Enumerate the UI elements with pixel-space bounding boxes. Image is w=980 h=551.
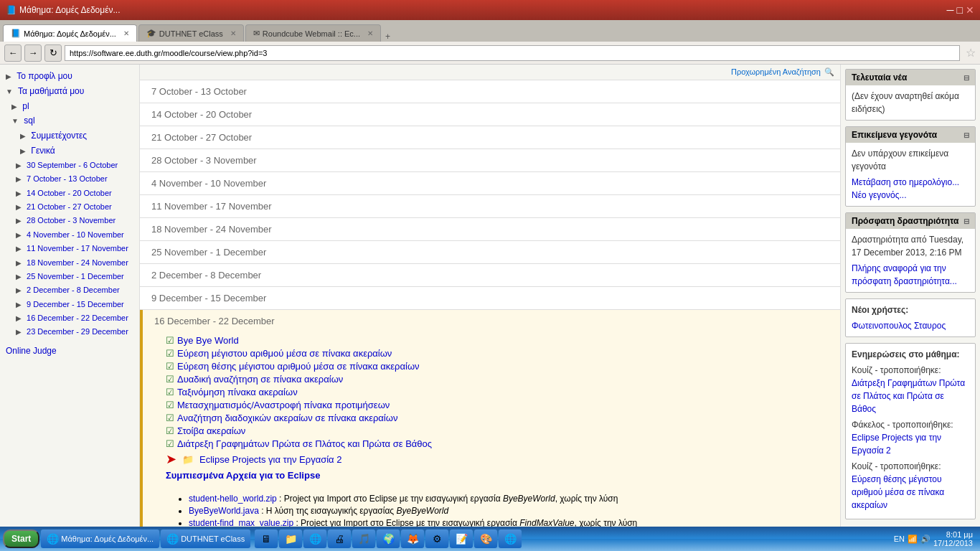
- week-row-nov25[interactable]: 25 November - 1 December: [140, 241, 840, 264]
- sidebar-week-oct21[interactable]: ▶ 21 October - 27 October: [0, 200, 139, 214]
- checklist-link-9[interactable]: Διάτρεξη Γραφημάτων Πρώτα σε Πλάτος και …: [177, 438, 432, 449]
- sidebar-week-dec16[interactable]: ▶ 16 December - 22 December: [0, 311, 139, 325]
- checklist-link-1[interactable]: Bye Bye World: [177, 335, 239, 346]
- nov18-link[interactable]: 18 November - 24 November: [27, 258, 128, 267]
- advanced-search-link[interactable]: Προχωρημένη Αναζήτηση: [731, 67, 821, 76]
- week-row-oct28[interactable]: 28 October - 3 November: [140, 149, 840, 172]
- sql-link[interactable]: sql: [24, 116, 34, 126]
- checklist-link-8[interactable]: Στοίβα ακεραίων: [177, 425, 245, 436]
- oct14-link[interactable]: 14 October - 20 October: [27, 189, 112, 197]
- sidebar-item-general[interactable]: ▶ Γενικά: [0, 143, 139, 159]
- calendar-link[interactable]: Μετάβαση στο ημερολόγιο...: [852, 177, 959, 187]
- taskbar-item-1[interactable]: 🌐 Μάθημα: Δομές Δεδομέν...: [41, 529, 159, 548]
- taskbar-icon-btn-7[interactable]: 🦊: [401, 529, 424, 548]
- week-row-nov11[interactable]: 11 November - 17 November: [140, 195, 840, 218]
- week-row-nov18[interactable]: 18 November - 24 November: [140, 218, 840, 241]
- taskbar-icon-btn-10[interactable]: 🎨: [474, 529, 497, 548]
- general-link[interactable]: Γενικά: [31, 146, 55, 156]
- sidebar-week-oct7[interactable]: ▶ 7 October - 13 October: [0, 172, 139, 186]
- sidebar-week-dec9[interactable]: ▶ 9 December - 15 December: [0, 298, 139, 311]
- tab-2[interactable]: 🎓 DUTHNET eClass ✕: [138, 24, 244, 42]
- week-row-oct14[interactable]: 14 October - 20 October: [140, 103, 840, 126]
- sidebar-week-oct28[interactable]: ▶ 28 October - 3 November: [0, 214, 139, 227]
- dec16-link[interactable]: 16 December - 22 December: [27, 314, 128, 322]
- sidebar-item-participants[interactable]: ▶ Συμμετέχοντες: [0, 128, 139, 143]
- file-link-1[interactable]: student-hello_world.zip: [189, 494, 277, 504]
- sidebar-week-nov25[interactable]: ▶ 25 November - 1 December: [0, 270, 139, 283]
- sidebar-item-pl[interactable]: ▶ pl: [0, 99, 139, 114]
- bookmark-star[interactable]: ☆: [966, 46, 976, 60]
- taskbar-icon-btn-8[interactable]: ⚙: [425, 529, 448, 548]
- start-button[interactable]: Start: [3, 529, 39, 548]
- tab-3[interactable]: ✉ Roundcube Webmail :: Ec... ✕: [245, 24, 381, 42]
- week-row-dec9[interactable]: 9 December - 15 December: [140, 287, 840, 310]
- taskbar-icon-btn-3[interactable]: 🌐: [303, 529, 326, 548]
- taskbar-icon-btn-5[interactable]: 🎵: [352, 529, 375, 548]
- checklist-link-6[interactable]: Μετασχηματισμός/Αναστροφή πίνακα προτιμή…: [177, 400, 390, 410]
- online-judge-link[interactable]: Online Judge: [6, 346, 57, 356]
- panel-news-icon[interactable]: ⊟: [963, 74, 969, 82]
- update-link-1[interactable]: Διάτρεξη Γραφημάτων Πρώτα σε Πλάτος και …: [852, 378, 965, 414]
- minimize-btn[interactable]: ─: [947, 4, 954, 16]
- forward-button[interactable]: →: [24, 44, 42, 62]
- sidebar-item-online-judge[interactable]: Online Judge: [0, 344, 139, 359]
- taskbar-icon-btn-6[interactable]: 🌍: [377, 529, 400, 548]
- panel-activity-icon[interactable]: ⊟: [963, 217, 969, 225]
- dec23-link[interactable]: 23 December - 29 December: [27, 327, 128, 336]
- tab-close-1[interactable]: ✕: [123, 29, 129, 37]
- checklist-link-7[interactable]: Αναζήτηση διαδοχικών ακεραίων σε πίνακα …: [177, 413, 397, 423]
- sidebar-week-dec2[interactable]: ▶ 2 December - 8 December: [0, 283, 139, 297]
- checklist-link-5[interactable]: Ταξινόμηση πίνακα ακεραίων: [177, 387, 298, 397]
- panel-events-icon[interactable]: ⊟: [963, 131, 969, 139]
- profile-link[interactable]: Το προφίλ μου: [17, 71, 72, 81]
- taskbar-icon-btn-4[interactable]: 🖨: [328, 529, 351, 548]
- taskbar-icon-btn-9[interactable]: 📝: [450, 529, 473, 548]
- update-link-3[interactable]: Εύρεση θέσης μέγιστου αριθμού μέσα σε πί…: [852, 474, 944, 510]
- sidebar-week-nov4[interactable]: ▶ 4 November - 10 November: [0, 228, 139, 242]
- nov25-link[interactable]: 25 November - 1 December: [27, 272, 124, 281]
- week-row-oct21[interactable]: 21 October - 27 October: [140, 126, 840, 149]
- maximize-btn[interactable]: □: [957, 4, 963, 16]
- taskbar-icon-btn-2[interactable]: 📁: [279, 529, 302, 548]
- participants-link[interactable]: Συμμετέχοντες: [31, 131, 87, 141]
- tab-close-2[interactable]: ✕: [230, 29, 236, 37]
- sidebar-item-profile[interactable]: ▶ Το προφίλ μου: [0, 69, 139, 84]
- sidebar-week-oct14[interactable]: ▶ 14 October - 20 October: [0, 187, 139, 200]
- new-tab-btn[interactable]: +: [385, 32, 390, 42]
- taskbar-icon-btn-1[interactable]: 🖥: [255, 529, 278, 548]
- close-btn[interactable]: ✕: [966, 4, 974, 16]
- oct7-link[interactable]: 7 October - 13 October: [27, 174, 108, 183]
- tab-close-3[interactable]: ✕: [367, 29, 373, 37]
- taskbar-icon-btn-11[interactable]: 🌐: [499, 529, 522, 548]
- reload-button[interactable]: ↻: [44, 44, 62, 62]
- week-row-oct7[interactable]: 7 October - 13 October: [140, 80, 840, 103]
- oct28-link[interactable]: 28 October - 3 November: [27, 216, 116, 225]
- week-row-nov4[interactable]: 4 November - 10 November: [140, 172, 840, 195]
- address-bar[interactable]: [65, 45, 960, 61]
- new-event-link[interactable]: Νέο γεγονός...: [852, 190, 907, 200]
- sep30-link[interactable]: 30 September - 6 October: [27, 161, 118, 169]
- dec9-link[interactable]: 9 December - 15 December: [27, 300, 124, 309]
- active-week-header[interactable]: 16 December - 22 December: [143, 310, 840, 329]
- dec2-link[interactable]: 2 December - 8 December: [27, 286, 120, 294]
- back-button[interactable]: ←: [4, 44, 22, 62]
- nov4-link[interactable]: 4 November - 10 November: [27, 230, 124, 239]
- taskbar-item-2[interactable]: 🌐 DUTHNET eClass: [161, 529, 250, 548]
- sidebar-item-courses[interactable]: ▼ Τα μαθήματά μου: [0, 84, 139, 99]
- checklist-link-3[interactable]: Εύρεση θέσης μέγιστου αριθμού μέσα σε πί…: [177, 361, 420, 372]
- sidebar-week-dec23[interactable]: ▶ 23 December - 29 December: [0, 325, 139, 339]
- eclipse-projects-link[interactable]: Eclipse Projects για την Εργασία 2: [199, 454, 341, 465]
- week-row-dec2[interactable]: 2 December - 8 December: [140, 264, 840, 287]
- sidebar-week-nov11[interactable]: ▶ 11 November - 17 November: [0, 242, 139, 255]
- checklist-link-4[interactable]: Δυαδική αναζήτηση σε πίνακα ακεραίων: [177, 374, 343, 385]
- courses-link[interactable]: Τα μαθήματά μου: [18, 86, 84, 96]
- file-link-3[interactable]: student-find_max_value.zip: [189, 518, 293, 527]
- sidebar-week-nov18[interactable]: ▶ 18 November - 24 November: [0, 256, 139, 270]
- oct21-link[interactable]: 21 October - 27 October: [27, 202, 112, 211]
- tab-active[interactable]: 📘 Μάθημα: Δομές Δεδομέν... ✕: [3, 24, 137, 42]
- compressed-files-link[interactable]: Συμπιεσμένα Αρχεία για το Eclipse: [166, 470, 320, 481]
- sidebar-week-sep30[interactable]: ▶ 30 September - 6 October: [0, 159, 139, 172]
- full-report-link[interactable]: Πλήρης αναφορά για την πρόσφατη δραστηρι…: [852, 263, 957, 286]
- update-link-2[interactable]: Eclipse Projects για την Εργασία 2: [852, 433, 941, 456]
- pl-link[interactable]: pl: [22, 101, 29, 111]
